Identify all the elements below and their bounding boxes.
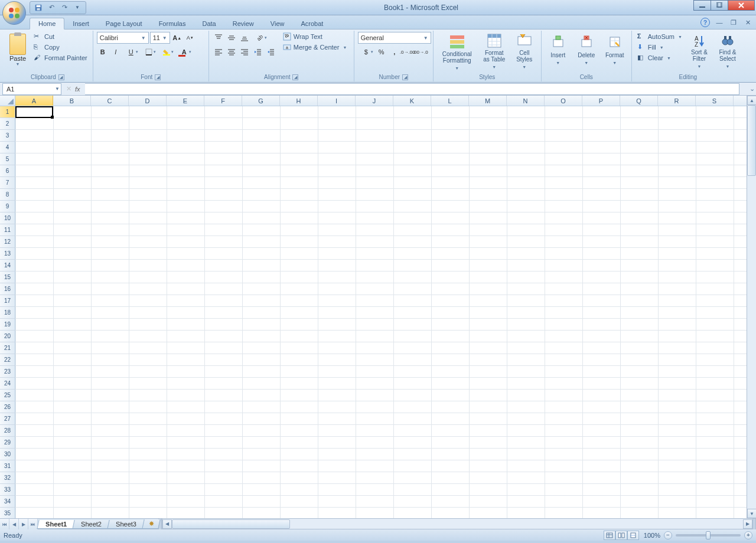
zoom-in-button[interactable]: +	[744, 531, 752, 539]
row-cells[interactable]	[15, 425, 747, 437]
row-header[interactable]: 10	[0, 212, 15, 224]
row-cells[interactable]	[15, 401, 747, 413]
row-header[interactable]: 22	[0, 354, 15, 366]
row-cells[interactable]	[15, 272, 747, 283]
row-cells[interactable]	[15, 472, 747, 484]
format-cells-button[interactable]: Format▼	[602, 32, 628, 71]
font-size-combo[interactable]: 11▼	[150, 32, 170, 44]
row-cells[interactable]	[15, 236, 747, 248]
doc-close-icon[interactable]: ✕	[743, 18, 752, 27]
row-header[interactable]: 24	[0, 378, 15, 390]
hscroll-splitter[interactable]	[752, 519, 756, 529]
row-header[interactable]: 8	[0, 189, 15, 201]
column-header[interactable]: C	[91, 96, 129, 106]
format-as-table-button[interactable]: Format as Table▼	[480, 32, 509, 71]
borders-button[interactable]	[141, 46, 157, 58]
doc-restore-icon[interactable]: ❐	[729, 18, 738, 27]
decrease-font-button[interactable]: A▼	[184, 32, 196, 44]
sheet-tab[interactable]: Sheet3	[107, 520, 145, 529]
tab-acrobat[interactable]: Acrobat	[292, 18, 331, 29]
row-header[interactable]: 32	[0, 472, 15, 484]
row-cells[interactable]	[15, 319, 747, 331]
row-cells[interactable]	[15, 354, 747, 366]
row-cells[interactable]	[15, 283, 747, 295]
row-header[interactable]: 28	[0, 425, 15, 437]
row-header[interactable]: 20	[0, 331, 15, 342]
alignment-dialog-launcher[interactable]: ◢	[292, 74, 298, 80]
tab-data[interactable]: Data	[194, 18, 224, 29]
fill-color-button[interactable]	[158, 46, 175, 58]
column-header[interactable]: P	[582, 96, 620, 106]
italic-button[interactable]: I	[110, 46, 122, 58]
row-header[interactable]: 18	[0, 307, 15, 319]
row-header[interactable]: 4	[0, 142, 15, 153]
row-cells[interactable]	[15, 295, 747, 307]
column-header[interactable]: K	[393, 96, 431, 106]
row-header[interactable]: 34	[0, 496, 15, 508]
font-dialog-launcher[interactable]: ◢	[155, 74, 161, 80]
tab-nav-next-icon[interactable]: ▶	[19, 519, 28, 529]
horizontal-scrollbar[interactable]: ◀ ▶	[162, 519, 752, 529]
row-cells[interactable]	[15, 153, 747, 165]
row-header[interactable]: 31	[0, 460, 15, 472]
fx-icon[interactable]: fx	[75, 86, 80, 93]
row-cells[interactable]	[15, 248, 747, 260]
formula-bar-expand-icon[interactable]: ⌄	[748, 85, 756, 93]
column-header[interactable]: N	[507, 96, 545, 106]
tab-page-layout[interactable]: Page Layout	[97, 18, 151, 29]
align-bottom-button[interactable]	[239, 32, 250, 44]
wrap-text-button[interactable]: Wrap Text	[281, 32, 349, 41]
font-color-button[interactable]: A	[176, 46, 193, 58]
column-header[interactable]: M	[469, 96, 507, 106]
column-header[interactable]: E	[167, 96, 204, 106]
row-header[interactable]: 27	[0, 413, 15, 425]
find-select-button[interactable]: Find & Select▼	[715, 32, 741, 71]
row-cells[interactable]	[15, 449, 747, 460]
column-header[interactable]: G	[242, 96, 280, 106]
cancel-formula-icon[interactable]: ✕	[66, 85, 71, 93]
row-cells[interactable]	[15, 118, 747, 130]
column-header[interactable]: H	[280, 96, 318, 106]
row-header[interactable]: 14	[0, 260, 15, 272]
row-cells[interactable]	[15, 390, 747, 401]
row-cells[interactable]	[15, 342, 747, 354]
row-cells[interactable]	[15, 177, 747, 189]
active-cell[interactable]	[15, 106, 53, 118]
row-cells[interactable]	[15, 130, 747, 142]
column-header[interactable]: I	[318, 96, 356, 106]
increase-indent-button[interactable]	[265, 46, 276, 58]
row-header[interactable]: 6	[0, 165, 15, 177]
scroll-right-icon[interactable]: ▶	[743, 519, 752, 529]
row-header[interactable]: 1	[0, 106, 15, 118]
help-icon[interactable]: ?	[700, 18, 710, 27]
decrease-indent-button[interactable]	[252, 46, 263, 58]
sheet-tab[interactable]: Sheet1	[37, 520, 75, 529]
accounting-format-button[interactable]: $	[358, 46, 374, 58]
sheet-tab[interactable]: Sheet2	[72, 520, 110, 529]
align-left-button[interactable]	[213, 46, 224, 58]
row-cells[interactable]	[15, 165, 747, 177]
increase-decimal-button[interactable]: .0→.00	[402, 46, 413, 58]
row-header[interactable]: 30	[0, 449, 15, 460]
cut-button[interactable]: ✂Cut	[32, 32, 89, 41]
increase-font-button[interactable]: A▲	[171, 32, 183, 44]
page-break-view-button[interactable]	[627, 531, 639, 540]
row-header[interactable]: 15	[0, 272, 15, 283]
qat-dropdown-icon[interactable]: ▼	[73, 3, 82, 12]
row-cells[interactable]	[15, 496, 747, 508]
row-header[interactable]: 19	[0, 319, 15, 331]
align-middle-button[interactable]	[226, 32, 237, 44]
number-format-combo[interactable]: General▼	[358, 32, 431, 44]
row-cells[interactable]	[15, 212, 747, 224]
column-header[interactable]: F	[204, 96, 242, 106]
row-cells[interactable]	[15, 224, 747, 236]
column-header[interactable]: O	[545, 96, 582, 106]
autosum-button[interactable]: ΣAutoSum▼	[636, 32, 684, 41]
column-header[interactable]: S	[696, 96, 734, 106]
tab-insert[interactable]: Insert	[64, 18, 97, 29]
underline-button[interactable]: U	[123, 46, 139, 58]
row-cells[interactable]	[15, 484, 747, 496]
row-cells[interactable]	[15, 331, 747, 342]
column-header[interactable]: D	[129, 96, 167, 106]
vscroll-thumb[interactable]	[747, 105, 756, 176]
